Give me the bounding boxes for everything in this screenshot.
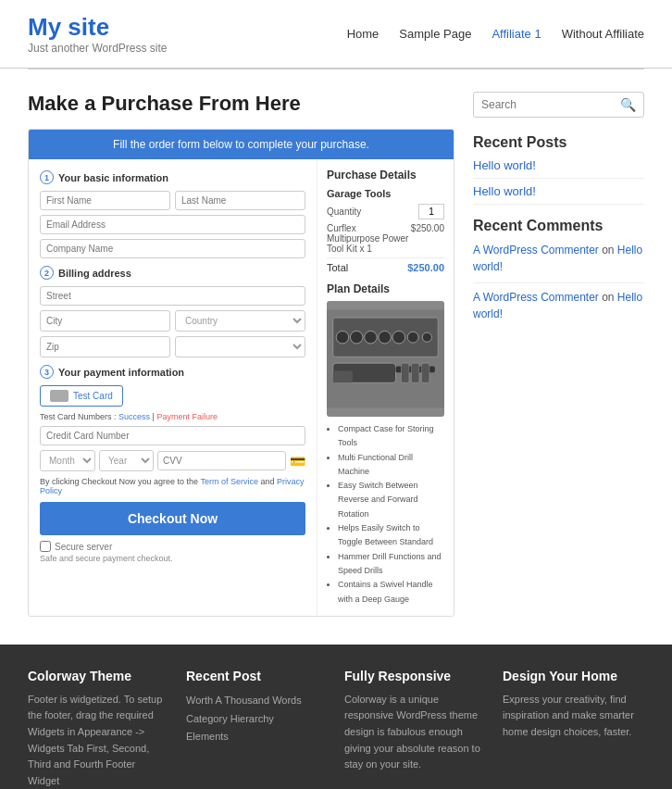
section1-label: Your basic information xyxy=(58,172,168,183)
checkout-button[interactable]: Checkout Now xyxy=(40,502,305,535)
product-category: Garage Tools xyxy=(327,188,444,199)
section1-num: 1 xyxy=(40,170,54,184)
site-nav: Home Sample Page Affiliate 1 Without Aff… xyxy=(347,27,644,41)
checkout-card: Fill the order form below to complete yo… xyxy=(28,129,454,617)
card-icon xyxy=(50,390,68,402)
card-button[interactable]: Test Card xyxy=(40,385,123,407)
feature-2: Multi Functional Drill Machine xyxy=(338,451,444,480)
qty-row: Quantity xyxy=(327,204,444,219)
name-row xyxy=(40,191,305,210)
nav-home[interactable]: Home xyxy=(347,27,380,41)
company-input[interactable] xyxy=(40,239,305,258)
checkout-form-left: 1 Your basic information 2 Billing addre… xyxy=(29,159,317,616)
terms-text: By clicking Checkout Now you agree to th… xyxy=(40,477,305,495)
page-title: Make a Purchase From Here xyxy=(28,92,454,116)
sidebar: 🔍 Recent Posts Hello world! Hello world!… xyxy=(473,92,644,617)
checkout-body: 1 Your basic information 2 Billing addre… xyxy=(29,159,454,616)
search-input[interactable] xyxy=(481,98,620,111)
svg-rect-14 xyxy=(421,363,429,382)
qty-input[interactable] xyxy=(418,204,444,219)
comment-author-1[interactable]: A WordPress Commenter xyxy=(473,244,599,257)
footer-col3-text: Colorway is a unique responsive WordPres… xyxy=(344,692,486,773)
section2-label: Billing address xyxy=(58,268,131,279)
cvv-icon: 💳 xyxy=(290,454,305,469)
footer-col-4: Design Your Home Express your creativity… xyxy=(503,669,644,789)
secure-payment-text: Safe and secure payment checkout. xyxy=(40,554,305,563)
plan-image xyxy=(327,301,444,417)
footer-col4-text: Express your creativity, find inspiratio… xyxy=(503,692,644,741)
feature-4: Helps Easily Switch to Toggle Between St… xyxy=(338,521,444,550)
terms-prefix: By clicking Checkout Now you agree to th… xyxy=(40,477,200,486)
test-card-failure-link[interactable]: Payment Failure xyxy=(156,412,218,421)
recent-post-1[interactable]: Hello world! xyxy=(473,158,644,172)
site-header: My site Just another WordPress site Home… xyxy=(0,0,672,69)
test-card-info: Test Card Numbers : Success | Payment Fa… xyxy=(40,412,305,421)
comment-1: A WordPress Commenter on Hello world! xyxy=(473,242,644,275)
secure-checkbox[interactable] xyxy=(40,541,51,552)
product-name: Curflex Multipurpose Power Tool Kit x 1 xyxy=(327,223,410,254)
total-amount: $250.00 xyxy=(407,262,444,273)
city-country-row: Country xyxy=(40,310,305,332)
comment-author-2[interactable]: A WordPress Commenter xyxy=(473,291,599,304)
test-card-label: Test Card Numbers : xyxy=(40,412,117,421)
card-button-label: Test Card xyxy=(73,391,113,401)
purchase-details-title: Purchase Details xyxy=(327,169,444,182)
post-divider-1 xyxy=(473,178,644,179)
total-row: Total $250.00 xyxy=(327,257,444,273)
test-card-success-link[interactable]: Success xyxy=(118,412,150,421)
comment-2: A WordPress Commenter on Hello world! xyxy=(473,289,644,322)
plan-details-title: Plan Details xyxy=(327,282,444,295)
nav-sample-page[interactable]: Sample Page xyxy=(399,27,471,41)
checkout-card-header: Fill the order form below to complete yo… xyxy=(29,130,454,159)
city-input[interactable] xyxy=(40,310,170,332)
recent-posts-title: Recent Posts xyxy=(473,134,644,151)
feature-5: Hammer Drill Functions and Speed Drills xyxy=(338,550,444,579)
footer-col-3: Fully Responsive Colorway is a unique re… xyxy=(344,669,486,789)
cc-input[interactable] xyxy=(40,426,305,445)
footer-main: Colorway Theme Footer is widgetized. To … xyxy=(0,645,672,789)
search-icon[interactable]: 🔍 xyxy=(620,97,636,112)
street-input[interactable] xyxy=(40,286,305,306)
checkout-form-right: Purchase Details Garage Tools Quantity C… xyxy=(317,159,454,616)
footer-col-1: Colorway Theme Footer is widgetized. To … xyxy=(28,669,169,789)
product-line: Curflex Multipurpose Power Tool Kit x 1 … xyxy=(327,223,444,254)
main-container: Make a Purchase From Here Fill the order… xyxy=(0,69,672,635)
cvv-input[interactable] xyxy=(157,451,286,470)
zip-input[interactable] xyxy=(40,336,170,357)
recent-post-2[interactable]: Hello world! xyxy=(473,184,644,198)
terms-link1[interactable]: Term of Service xyxy=(200,477,258,486)
qty-label: Quantity xyxy=(327,207,361,217)
terms-and: and xyxy=(260,477,274,486)
svg-point-8 xyxy=(422,332,431,342)
zip-extra-select[interactable] xyxy=(175,336,305,357)
country-select[interactable]: Country xyxy=(175,310,305,332)
footer-col2-title: Recent Post xyxy=(186,669,328,683)
plan-features-list: Compact Case for Storing Tools Multi Fun… xyxy=(327,422,444,607)
site-branding: My site Just another WordPress site xyxy=(28,13,168,55)
site-title: My site xyxy=(28,13,168,42)
footer-col-2: Recent Post Worth A Thousand Words Categ… xyxy=(186,669,328,789)
secure-row: Secure server xyxy=(40,541,305,552)
section3-num: 3 xyxy=(40,365,54,379)
nav-affiliate1[interactable]: Affiliate 1 xyxy=(492,27,541,41)
footer-col1-title: Colorway Theme xyxy=(28,669,169,683)
footer-col1-text: Footer is widgetized. To setup the foote… xyxy=(28,692,169,789)
section2-num: 2 xyxy=(40,266,54,280)
product-price: $250.00 xyxy=(411,223,444,254)
year-select[interactable]: Year xyxy=(99,450,154,471)
section3-title: 3 Your payment information xyxy=(40,365,305,379)
month-select[interactable]: Month xyxy=(40,450,95,471)
comment-divider-1 xyxy=(473,282,644,283)
nav-without-affiliate[interactable]: Without Affiliate xyxy=(562,27,644,41)
feature-6: Contains a Swivel Handle with a Deep Gau… xyxy=(338,578,444,607)
svg-rect-12 xyxy=(401,363,408,382)
email-input[interactable] xyxy=(40,215,305,234)
card-details-row: Month Year 💳 xyxy=(40,450,305,471)
footer-col2-text: Worth A Thousand Words Category Hierarch… xyxy=(186,692,328,746)
feature-1: Compact Case for Storing Tools xyxy=(338,422,444,451)
firstname-input[interactable] xyxy=(40,191,170,210)
svg-point-5 xyxy=(379,331,392,344)
recent-comments-title: Recent Comments xyxy=(473,218,644,234)
svg-point-2 xyxy=(336,331,349,344)
lastname-input[interactable] xyxy=(175,191,305,210)
